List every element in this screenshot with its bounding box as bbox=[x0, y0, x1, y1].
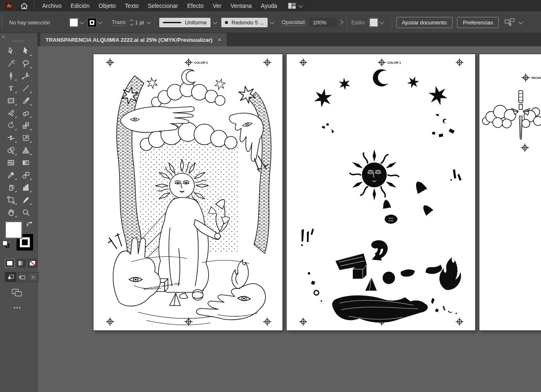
draw-behind-button[interactable] bbox=[16, 272, 27, 282]
document-tab[interactable]: TRANSPARENCIA ALQUIMIA 2222.ai al 25% (C… bbox=[40, 33, 227, 46]
selection-status: No hay selección bbox=[9, 19, 69, 26]
hand-tool[interactable] bbox=[4, 207, 18, 218]
blend-tool[interactable] bbox=[19, 170, 33, 180]
rotate-tool[interactable] bbox=[4, 120, 18, 131]
menu-texto[interactable]: Texto bbox=[120, 0, 143, 12]
menu-seleccionar[interactable]: Seleccionar bbox=[143, 0, 182, 12]
select-similar-icon bbox=[504, 18, 516, 27]
eraser-icon bbox=[22, 109, 30, 117]
stroke-color-swatch[interactable] bbox=[88, 18, 96, 27]
curvature-tool[interactable] bbox=[19, 71, 33, 81]
panel-drag-handle[interactable] bbox=[13, 40, 24, 42]
chevron-down-icon[interactable] bbox=[79, 19, 84, 24]
change-screen-mode-button[interactable] bbox=[12, 289, 22, 299]
pasteboard[interactable]: COLOR 2 MONTEVIDEO URUGUAY 2022 bbox=[38, 46, 541, 392]
chevron-down-icon[interactable] bbox=[98, 19, 102, 24]
fit-document-button[interactable]: Ajustar documento bbox=[396, 17, 452, 28]
collapse-panel-button[interactable]: « bbox=[0, 33, 37, 39]
artboard-icon bbox=[7, 196, 15, 204]
menu-objeto[interactable]: Objeto bbox=[94, 0, 120, 12]
artboard-tool[interactable] bbox=[4, 195, 18, 205]
draw-inside-button[interactable] bbox=[27, 272, 38, 282]
menu-ventana[interactable]: Ventana bbox=[226, 0, 256, 12]
menu-efecto[interactable]: Efecto bbox=[182, 0, 208, 12]
selection-tool-icon bbox=[7, 47, 15, 55]
brush-definition-combo[interactable]: Redondo 5 ... bbox=[221, 18, 277, 27]
artboard-color-1[interactable]: COLOR 1 bbox=[286, 54, 476, 331]
scale-tool[interactable] bbox=[19, 120, 33, 131]
menu-ayuda[interactable]: Ayuda bbox=[256, 0, 282, 12]
registration-mark bbox=[456, 318, 464, 326]
chevron-down-icon[interactable] bbox=[146, 19, 151, 24]
isolate-selection-control[interactable] bbox=[504, 18, 522, 27]
selection-tool[interactable] bbox=[4, 46, 18, 56]
paintbrush-icon bbox=[22, 96, 30, 105]
eyedropper-tool[interactable] bbox=[4, 170, 18, 180]
stepper-down-icon[interactable] bbox=[130, 22, 133, 25]
zoom-tool[interactable] bbox=[19, 207, 33, 218]
gradient-tool[interactable] bbox=[19, 158, 33, 168]
artboard-color-2[interactable]: COLOR 2 MONTEVIDEO URUGUAY 2022 bbox=[93, 54, 283, 331]
type-tool[interactable]: T bbox=[4, 83, 18, 93]
artboard-3-illustration[interactable]: PECHO C bbox=[479, 54, 541, 330]
chevron-down-icon[interactable] bbox=[379, 19, 384, 24]
color-mode-button[interactable] bbox=[5, 259, 14, 268]
width-tool[interactable] bbox=[4, 133, 18, 143]
mesh-icon bbox=[7, 158, 15, 167]
pen-tool[interactable] bbox=[4, 71, 18, 81]
slice-tool[interactable] bbox=[19, 195, 33, 205]
artboard-2-illustration[interactable]: COLOR 1 bbox=[287, 54, 475, 330]
svg-text:T: T bbox=[9, 85, 13, 92]
workspace-switcher[interactable] bbox=[288, 3, 302, 9]
chevron-down-icon[interactable] bbox=[518, 19, 523, 24]
stroke-weight-value[interactable]: 1 pt bbox=[135, 19, 144, 26]
menu-edicion[interactable]: Edición bbox=[66, 0, 94, 12]
artboard-1-illustration[interactable]: COLOR 2 MONTEVIDEO URUGUAY 2022 bbox=[93, 54, 282, 330]
variable-width-profile-combo[interactable]: Uniforme bbox=[159, 18, 220, 27]
artboard-3-label: PECHO C bbox=[531, 76, 541, 79]
eraser-tool[interactable] bbox=[19, 108, 33, 118]
fill-color-control[interactable] bbox=[69, 18, 84, 27]
menu-ver[interactable]: Ver bbox=[208, 0, 226, 12]
column-graph-tool[interactable] bbox=[19, 182, 33, 193]
none-mode-button[interactable] bbox=[28, 259, 37, 268]
magic-wand-tool[interactable] bbox=[4, 58, 18, 69]
free-transform-tool[interactable] bbox=[19, 133, 33, 143]
stroke-color-control[interactable] bbox=[88, 18, 102, 27]
fill-indicator[interactable] bbox=[5, 222, 22, 238]
panel-grip[interactable] bbox=[1, 15, 2, 29]
edit-toolbar-button[interactable]: ••• bbox=[14, 305, 22, 311]
preferences-button[interactable]: Preferencias bbox=[457, 17, 499, 28]
tools-panel: « T bbox=[0, 33, 38, 392]
paintbrush-tool[interactable] bbox=[19, 96, 33, 106]
mesh-tool[interactable] bbox=[4, 158, 18, 168]
graphic-style-control[interactable] bbox=[369, 18, 383, 27]
chevron-down-icon bbox=[298, 3, 303, 7]
artboard-pecho[interactable]: PECHO C bbox=[479, 54, 541, 331]
line-segment-tool[interactable] bbox=[19, 83, 33, 93]
shaper-tool[interactable] bbox=[4, 108, 18, 118]
draw-normal-button[interactable] bbox=[5, 272, 16, 282]
default-fill-stroke-button[interactable] bbox=[2, 241, 11, 249]
shape-builder-tool[interactable] bbox=[4, 145, 18, 155]
star bbox=[313, 87, 333, 109]
stroke-panel-link[interactable]: Trazo: bbox=[112, 19, 127, 26]
opacity-value-field[interactable]: 100% bbox=[309, 18, 338, 27]
lasso-tool[interactable] bbox=[19, 58, 33, 69]
opacity-panel-link[interactable]: Opacidad: bbox=[282, 19, 306, 26]
stroke-weight-stepper[interactable] bbox=[130, 20, 133, 25]
close-icon[interactable]: × bbox=[218, 36, 221, 43]
chevron-right-icon[interactable] bbox=[338, 20, 343, 24]
chevron-down-icon[interactable] bbox=[213, 19, 217, 24]
fill-color-swatch[interactable] bbox=[69, 18, 78, 27]
gradient-mode-button[interactable] bbox=[17, 259, 26, 268]
menu-archivo[interactable]: Archivo bbox=[38, 0, 66, 12]
graphic-style-swatch[interactable] bbox=[369, 18, 378, 27]
perspective-grid-tool[interactable] bbox=[19, 145, 33, 155]
chevron-down-icon[interactable] bbox=[270, 19, 274, 24]
rectangle-tool[interactable] bbox=[4, 96, 18, 106]
direct-selection-tool[interactable] bbox=[19, 46, 33, 56]
swap-fill-stroke-button[interactable] bbox=[26, 221, 33, 228]
home-button[interactable] bbox=[20, 2, 28, 10]
symbol-sprayer-tool[interactable] bbox=[4, 182, 18, 193]
